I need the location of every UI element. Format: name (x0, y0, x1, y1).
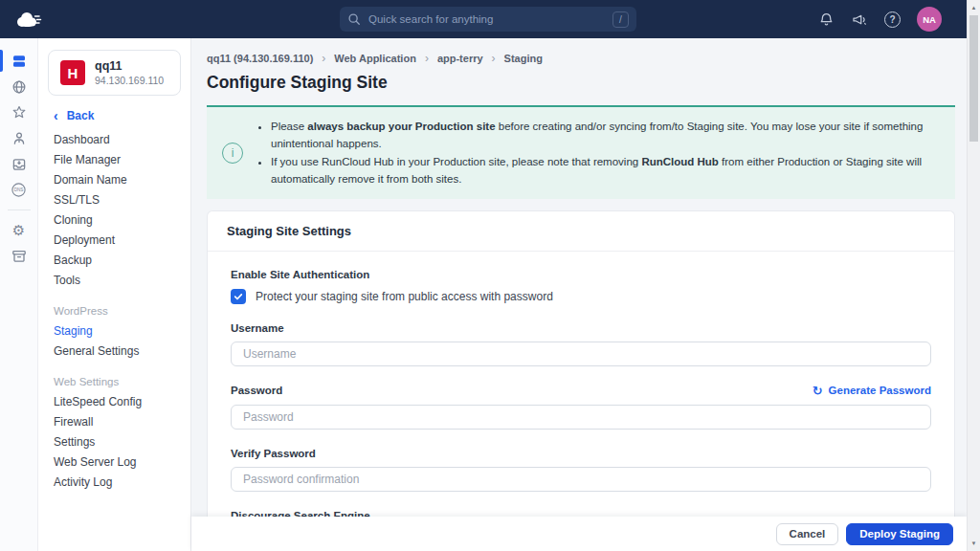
star-icon[interactable] (0, 99, 38, 125)
auth-label: Enable Site Authentication (231, 269, 931, 280)
chevron-right-icon: › (492, 52, 496, 65)
breadcrumb-staging: Staging (504, 53, 543, 64)
sidebar-item-litespeed-config[interactable]: LiteSpeed Config (38, 392, 190, 412)
chevron-right-icon: › (425, 52, 429, 65)
top-bar: / ? NA (0, 0, 967, 38)
archive-icon[interactable] (0, 243, 38, 269)
verify-password-input[interactable] (231, 467, 931, 492)
server-ip: 94.130.169.110 (95, 75, 164, 86)
username-label: Username (231, 322, 931, 334)
action-footer: Cancel Deploy Staging (191, 517, 967, 551)
breadcrumb: qq11 (94.130.169.110) › Web Application … (207, 52, 955, 65)
sidebar-item-domain-name[interactable]: Domain Name (38, 170, 190, 190)
auth-checkbox[interactable] (231, 289, 246, 304)
refresh-icon: ↻ (813, 385, 823, 397)
team-icon[interactable] (0, 125, 38, 151)
slash-shortcut-badge: / (612, 11, 629, 28)
breadcrumb-web-application[interactable]: Web Application (334, 53, 416, 64)
password-label: Password (231, 385, 282, 396)
info-banner: i Please always backup your Production s… (207, 105, 955, 199)
svg-text:DNS: DNS (14, 187, 24, 192)
rail-divider (8, 209, 31, 210)
sidebar-item-general-settings[interactable]: General Settings (38, 342, 190, 362)
megaphone-icon[interactable] (851, 11, 868, 28)
sidebar-item-file-manager[interactable]: File Manager (38, 150, 190, 170)
dns-icon[interactable]: DNS (0, 177, 38, 203)
auth-checkbox-label: Protect your staging site from public ac… (256, 290, 553, 303)
scroll-down-arrow[interactable]: ▼ (968, 540, 980, 546)
verify-password-label: Verify Password (231, 448, 931, 459)
breadcrumb-app[interactable]: app-terry (437, 53, 483, 64)
sidebar-group-web-settings: Web Settings (38, 372, 190, 392)
search-icon (347, 12, 361, 26)
avatar[interactable]: NA (917, 7, 942, 32)
quick-search: / (340, 7, 636, 32)
server-card[interactable]: H qq11 94.130.169.110 (48, 50, 181, 96)
generate-password-link[interactable]: ↻ Generate Password (813, 385, 931, 397)
chevron-right-icon: › (322, 52, 325, 65)
runcloud-logo-icon[interactable] (13, 9, 42, 30)
globe-icon[interactable] (0, 74, 38, 99)
back-link[interactable]: ‹ Back (54, 109, 175, 122)
banner-bullet: If you use RunCloud Hub in your Producti… (271, 153, 940, 188)
sidebar-item-ssl-tls[interactable]: SSL/TLS (38, 190, 190, 210)
page-title: Configure Staging Site (207, 73, 955, 93)
card-title: Staging Site Settings (208, 211, 954, 252)
sidebar-item-staging[interactable]: Staging (38, 321, 190, 342)
cancel-button[interactable]: Cancel (776, 523, 839, 545)
search-input[interactable] (368, 13, 605, 25)
topbar-actions: ? NA (818, 0, 953, 38)
web-application-icon[interactable] (0, 48, 38, 74)
scrollbar: ▲ ▼ (967, 0, 980, 551)
sidebar-group-wordpress: WordPress (38, 301, 190, 321)
staging-settings-card: Staging Site Settings Enable Site Authen… (207, 210, 955, 551)
scroll-up-arrow[interactable]: ▲ (968, 5, 980, 11)
password-input[interactable] (231, 405, 931, 430)
help-icon[interactable]: ? (884, 11, 901, 28)
bell-icon[interactable] (818, 11, 835, 28)
scrollbar-thumb[interactable] (969, 15, 978, 142)
sidebar-item-dashboard[interactable]: Dashboard (38, 130, 190, 150)
info-icon: i (222, 143, 243, 164)
main-content: qq11 (94.130.169.110) › Web Application … (191, 38, 967, 551)
settings-gear-icon[interactable]: ⚙ (0, 217, 38, 243)
hetzner-logo: H (60, 60, 85, 85)
deploy-staging-button[interactable]: Deploy Staging (846, 523, 953, 545)
inbox-install-icon[interactable] (0, 151, 38, 177)
sidebar: H qq11 94.130.169.110 ‹ Back Dashboard F… (38, 38, 191, 551)
sidebar-item-activity-log[interactable]: Activity Log (38, 473, 190, 493)
sidebar-item-tools[interactable]: Tools (38, 271, 190, 291)
sidebar-item-settings[interactable]: Settings (38, 432, 190, 452)
sidebar-item-backup[interactable]: Backup (38, 251, 190, 271)
icon-rail: DNS ⚙ (0, 38, 38, 551)
chevron-left-icon: ‹ (54, 109, 58, 122)
sidebar-item-deployment[interactable]: Deployment (38, 231, 190, 251)
username-input[interactable] (231, 342, 931, 366)
sidebar-item-firewall[interactable]: Firewall (38, 412, 190, 432)
breadcrumb-server[interactable]: qq11 (94.130.169.110) (207, 53, 313, 64)
sidebar-item-cloning[interactable]: Cloning (38, 210, 190, 231)
server-name: qq11 (95, 59, 164, 73)
banner-bullet: Please always backup your Production sit… (271, 118, 940, 153)
sidebar-item-web-server-log[interactable]: Web Server Log (38, 452, 190, 473)
